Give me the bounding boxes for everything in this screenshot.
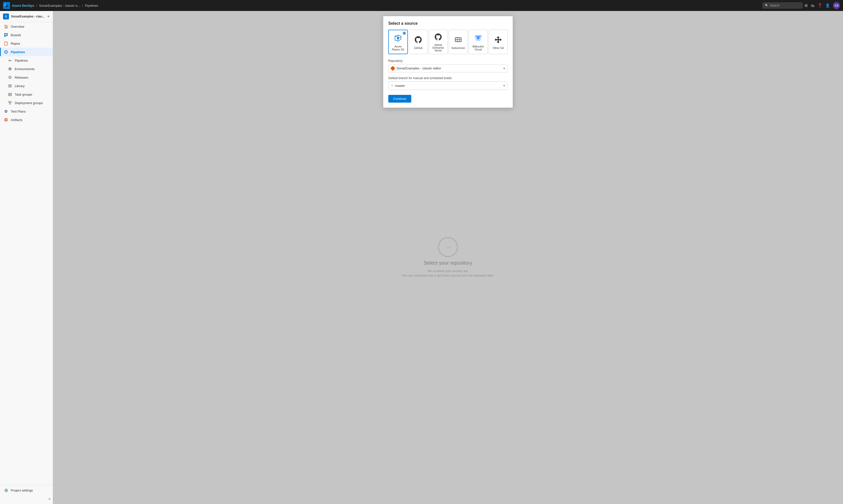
avatar[interactable]: CS <box>833 2 840 9</box>
deployment-groups-icon <box>8 101 12 105</box>
azure-devops-brand[interactable]: Azure DevOps <box>12 4 34 7</box>
branch-label: Default branch for manual and scheduled … <box>388 76 508 80</box>
sidebar-item-releases[interactable]: Releases <box>0 73 53 82</box>
artifacts-icon <box>4 118 8 122</box>
sidebar-item-pipelines-header[interactable]: Pipelines <box>0 48 53 56</box>
library-icon <box>8 84 12 88</box>
svg-rect-16 <box>8 85 10 87</box>
sidebar-item-label-library: Library <box>15 84 25 88</box>
sidebar-collapse-button[interactable]: « <box>0 494 53 503</box>
test-plans-icon <box>4 109 8 113</box>
sidebar-item-pipelines[interactable]: Pipelines <box>0 56 53 65</box>
sidebar-item-label-pipelines: Pipelines <box>15 59 28 62</box>
sidebar-project[interactable]: S SonarExamples - clas... + <box>0 11 53 22</box>
source-card-azure-repos-git[interactable]: Azure Repos Git <box>388 30 408 54</box>
breadcrumb-sep-1: / <box>36 4 37 7</box>
svg-rect-22 <box>8 101 10 103</box>
sidebar-item-label-project-settings: Project settings <box>11 488 33 492</box>
sidebar-item-label-boards: Boards <box>11 33 21 37</box>
help-icon[interactable]: ❓ <box>818 3 822 8</box>
collapse-icon: « <box>49 497 51 501</box>
source-card-subversion[interactable]: Subversion <box>449 30 468 54</box>
azure-repos-git-icon <box>394 34 402 44</box>
svg-rect-21 <box>8 95 12 96</box>
svg-rect-4 <box>6 33 8 34</box>
svg-rect-6 <box>6 35 8 36</box>
branch-field-group: Default branch for manual and scheduled … <box>388 76 508 90</box>
main-layout: S SonarExamples - clas... + 🏠 Overview B… <box>0 11 843 504</box>
repository-select[interactable]: SonarExamples - classic editor ▾ <box>388 64 508 72</box>
repository-chevron-icon: ▾ <box>503 67 505 70</box>
branch-select[interactable]: ⑂ master ▾ <box>388 82 508 90</box>
sidebar-item-task-groups[interactable]: Task groups <box>0 90 53 98</box>
source-card-bitbucket[interactable]: Bitbucket Cloud <box>469 30 488 54</box>
topbar-icons: ⊞ 🛍 ❓ 👤 CS <box>805 2 840 9</box>
bitbucket-icon <box>474 34 482 44</box>
releases-icon <box>8 75 12 79</box>
project-avatar: S <box>3 14 9 19</box>
task-groups-icon <box>8 92 12 96</box>
branch-chevron-icon: ▾ <box>503 84 505 87</box>
sidebar-item-label-task-groups: Task groups <box>15 93 32 96</box>
svg-rect-10 <box>10 61 10 61</box>
sidebar-item-boards[interactable]: Boards <box>0 31 53 39</box>
topbar: Azure DevOps / SonarExamples - classic e… <box>0 0 843 11</box>
sidebar-item-environments[interactable]: Environments <box>0 65 53 73</box>
branch-value: master <box>395 84 405 88</box>
shopping-icon[interactable]: 🛍 <box>811 3 814 8</box>
breadcrumb-sep-2: / <box>82 4 83 7</box>
source-label-other-git: Other Git <box>493 47 504 50</box>
source-label-github-enterprise: GitHub Enterprise Server <box>430 44 446 52</box>
source-card-github[interactable]: GitHub <box>409 30 428 54</box>
svg-rect-23 <box>10 101 12 103</box>
modal-title: Select a source <box>388 21 508 26</box>
sidebar-item-label-releases: Releases <box>15 76 28 79</box>
grid-icon[interactable]: ⊞ <box>805 3 808 8</box>
source-label-subversion: Subversion <box>451 47 465 50</box>
pipelines-icon <box>8 58 12 62</box>
sidebar-item-deployment-groups[interactable]: Deployment groups <box>0 98 53 107</box>
repository-select-inner: SonarExamples - classic editor <box>391 67 441 70</box>
modal-overlay: Select a source <box>53 11 843 504</box>
search-placeholder: Search <box>770 4 779 7</box>
sidebar-item-label-overview: Overview <box>11 25 24 29</box>
sidebar-item-label-test-plans: Test Plans <box>11 110 26 113</box>
sidebar: S SonarExamples - clas... + 🏠 Overview B… <box>0 11 53 504</box>
sidebar-item-test-plans[interactable]: Test Plans <box>0 107 53 115</box>
github-icon <box>414 36 422 46</box>
branch-select-inner: ⑂ master <box>391 84 405 88</box>
add-project-button[interactable]: + <box>47 14 50 19</box>
sidebar-item-library[interactable]: Library <box>0 82 53 90</box>
person-icon[interactable]: 👤 <box>825 3 830 8</box>
sidebar-item-project-settings[interactable]: ⚙️ Project settings <box>0 486 53 494</box>
svg-rect-11 <box>11 60 12 61</box>
repository-field-group: Repository SonarExamples - classic edito… <box>388 59 508 72</box>
settings-icon: ⚙️ <box>4 488 8 492</box>
breadcrumb-pipelines[interactable]: Pipelines <box>85 4 98 7</box>
svg-rect-9 <box>10 60 10 60</box>
sidebar-item-label-deployment-groups: Deployment groups <box>15 101 43 105</box>
source-card-github-enterprise[interactable]: GitHub Enterprise Server <box>429 30 448 54</box>
source-card-other-git[interactable]: Other Git <box>489 30 508 54</box>
sidebar-bottom: ⚙️ Project settings « <box>0 485 53 504</box>
azure-devops-logo[interactable] <box>3 2 10 9</box>
search-icon: 🔍 <box>765 4 769 7</box>
breadcrumb-project[interactable]: SonarExamples - classic e... <box>39 4 80 7</box>
svg-rect-18 <box>11 85 12 87</box>
svg-rect-5 <box>4 35 6 37</box>
source-grid: Azure Repos Git GitHub Git <box>388 30 508 54</box>
pipelines-header-icon <box>4 50 8 54</box>
sidebar-item-label-pipelines-header: Pipelines <box>11 50 25 54</box>
source-label-bitbucket: Bitbucket Cloud <box>470 45 486 51</box>
sidebar-item-artifacts[interactable]: Artifacts <box>0 115 53 124</box>
overview-icon: 🏠 <box>4 24 8 29</box>
environments-icon <box>8 67 12 71</box>
radio-dot-azure <box>403 32 406 35</box>
sidebar-item-label-artifacts: Artifacts <box>11 118 22 122</box>
source-label-azure-repos-git: Azure Repos Git <box>390 45 406 51</box>
search-box[interactable]: 🔍 Search <box>763 2 803 8</box>
sidebar-item-repos[interactable]: Repos <box>0 39 53 48</box>
project-name: SonarExamples - clas... <box>11 15 44 18</box>
sidebar-item-overview[interactable]: 🏠 Overview <box>0 22 53 31</box>
continue-button[interactable]: Continue <box>388 95 411 103</box>
